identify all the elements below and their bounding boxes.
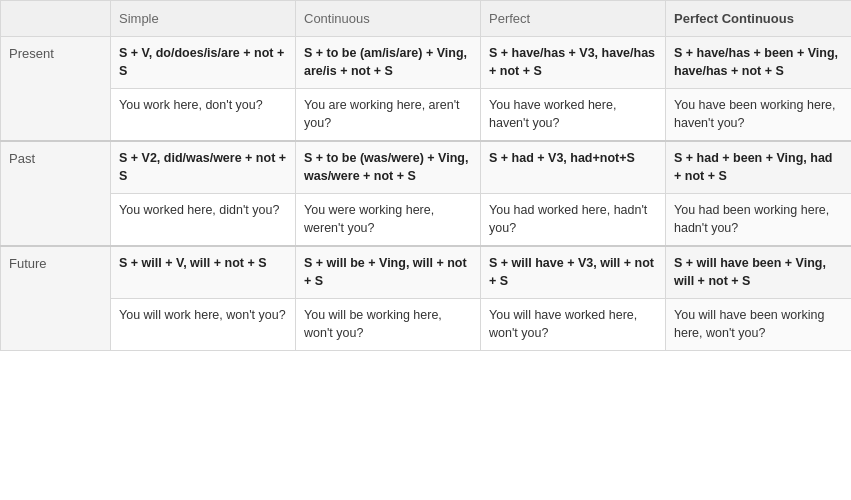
tense-label-future: Future <box>1 246 111 351</box>
example-present-perfect: You have worked here, haven't you? <box>481 89 666 142</box>
formula-present-simple: S + V, do/does/is/are + not + S <box>111 37 296 89</box>
example-past-perfect: You had worked here, hadn't you? <box>481 194 666 247</box>
header-perfect-continuous: Perfect Continuous <box>666 1 852 37</box>
header-tense <box>1 1 111 37</box>
formula-future-perfect_continuous: S + will have been + Ving, will + not + … <box>666 246 852 299</box>
formula-past-continuous: S + to be (was/were) + Ving, was/were + … <box>296 141 481 194</box>
formula-future-perfect: S + will have + V3, will + not + S <box>481 246 666 299</box>
formula-future-continuous: S + will be + Ving, will + not + S <box>296 246 481 299</box>
formula-present-perfect: S + have/has + V3, have/has + not + S <box>481 37 666 89</box>
formula-present-continuous: S + to be (am/is/are) + Ving, are/is + n… <box>296 37 481 89</box>
example-future-perfect_continuous: You will have been working here, won't y… <box>666 299 852 351</box>
formula-past-perfect: S + had + V3, had+not+S <box>481 141 666 194</box>
header-continuous: Continuous <box>296 1 481 37</box>
example-future-continuous: You will be working here, won't you? <box>296 299 481 351</box>
example-past-perfect_continuous: You had been working here, hadn't you? <box>666 194 852 247</box>
example-future-perfect: You will have worked here, won't you? <box>481 299 666 351</box>
header-simple: Simple <box>111 1 296 37</box>
tense-label-past: Past <box>1 141 111 246</box>
formula-past-simple: S + V2, did/was/were + not + S <box>111 141 296 194</box>
example-present-perfect_continuous: You have been working here, haven't you? <box>666 89 852 142</box>
example-present-continuous: You are working here, aren't you? <box>296 89 481 142</box>
header-perfect: Perfect <box>481 1 666 37</box>
example-past-simple: You worked here, didn't you? <box>111 194 296 247</box>
example-present-simple: You work here, don't you? <box>111 89 296 142</box>
example-future-simple: You will work here, won't you? <box>111 299 296 351</box>
example-past-continuous: You were working here, weren't you? <box>296 194 481 247</box>
formula-past-perfect_continuous: S + had + been + Ving, had + not + S <box>666 141 852 194</box>
formula-present-perfect_continuous: S + have/has + been + Ving, have/has + n… <box>666 37 852 89</box>
tense-label-present: Present <box>1 37 111 142</box>
formula-future-simple: S + will + V, will + not + S <box>111 246 296 299</box>
